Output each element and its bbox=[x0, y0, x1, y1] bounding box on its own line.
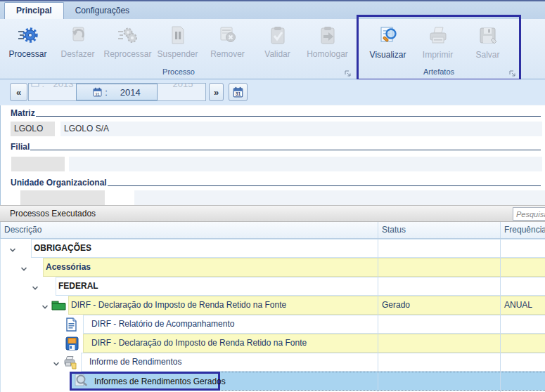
clipboard-check-icon bbox=[269, 24, 287, 46]
table-row[interactable]: DIRF - Declaração do Imposto de Renda Re… bbox=[1, 296, 545, 315]
period-separator: : bbox=[105, 87, 108, 98]
imprimir-button[interactable]: Imprimir bbox=[413, 20, 463, 67]
group-caption-artefatos: Artefatos bbox=[359, 67, 519, 77]
tab-principal[interactable]: Principal bbox=[4, 2, 64, 19]
unidade-name-field[interactable] bbox=[134, 190, 545, 205]
tab-configuracoes[interactable]: Configurações bbox=[64, 3, 141, 19]
divider bbox=[30, 150, 541, 150]
grid-header: Descrição Status Frequência bbox=[0, 222, 545, 239]
table-row[interactable]: OBRIGAÇÕES bbox=[1, 239, 545, 258]
column-divider bbox=[500, 239, 501, 392]
ribbon-group-artefatos: Visualizar Imprimir bbox=[357, 15, 521, 81]
process-tree: OBRIGAÇÕES Acessórias FEDERAL bbox=[0, 239, 545, 392]
previous-period-button[interactable]: « bbox=[10, 83, 27, 101]
matriz-name-field[interactable]: LGOLO S/A bbox=[60, 122, 542, 136]
remover-button[interactable]: Remover bbox=[203, 19, 252, 67]
column-header-frequencia[interactable]: Frequência bbox=[501, 222, 545, 238]
chevron-down-icon[interactable] bbox=[9, 245, 16, 255]
selected-year-label: 2014 bbox=[120, 87, 141, 98]
year-segment-previous[interactable]: : 2013 bbox=[29, 84, 76, 100]
clipboard-arrow-icon bbox=[319, 24, 337, 46]
suspender-button[interactable]: Suspender bbox=[153, 19, 203, 67]
save-floppy-icon bbox=[477, 25, 499, 47]
application-window: Principal Configurações Processar bbox=[0, 0, 545, 392]
calendar-31-icon: : bbox=[31, 83, 44, 89]
dialog-launcher-icon[interactable] bbox=[345, 70, 352, 77]
matriz-code-field[interactable]: LGOLO bbox=[11, 122, 55, 136]
salvar-button[interactable]: Salvar bbox=[463, 20, 513, 67]
year-segment-selected[interactable]: 31 : 2014 bbox=[76, 84, 157, 100]
gear-run-icon bbox=[18, 24, 39, 46]
validar-button[interactable]: Validar bbox=[252, 19, 302, 67]
processar-button[interactable]: Processar bbox=[3, 19, 53, 67]
matriz-label: Matriz bbox=[11, 108, 35, 118]
year-segment-next[interactable]: 2015 bbox=[158, 84, 205, 100]
column-divider[interactable] bbox=[500, 222, 501, 238]
preview-magnifier-icon bbox=[378, 25, 399, 47]
filial-code-field[interactable] bbox=[11, 157, 65, 171]
unidade-code-field[interactable] bbox=[20, 190, 105, 205]
table-row[interactable]: Informe de Rendimentos bbox=[1, 353, 545, 372]
ribbon-toolbar: Processar Desfazer bbox=[0, 19, 545, 79]
divider bbox=[36, 116, 541, 117]
column-header-status[interactable]: Status bbox=[378, 222, 500, 238]
table-row-selected[interactable]: Informes de Rendimentos Gerados bbox=[1, 372, 545, 391]
column-header-descricao[interactable]: Descrição bbox=[1, 222, 378, 238]
divider bbox=[108, 185, 541, 186]
pause-document-icon bbox=[169, 24, 187, 46]
printer-report-icon bbox=[63, 355, 77, 372]
printer-icon bbox=[428, 25, 449, 47]
unidade-organizacional-label: Unidade Organizacional bbox=[11, 178, 107, 188]
table-row[interactable]: Acessórias bbox=[1, 258, 545, 277]
calendar-31-icon: 31 bbox=[93, 87, 102, 97]
gears-run-icon bbox=[117, 24, 139, 46]
chevron-down-icon[interactable] bbox=[20, 264, 27, 274]
calendar-picker-button[interactable]: 31 bbox=[229, 83, 248, 101]
year-strip: : 2013 31 : 2014 2015 bbox=[28, 83, 206, 101]
column-divider bbox=[378, 239, 378, 392]
next-period-button[interactable]: » bbox=[209, 83, 224, 101]
filter-form: Matriz LGOLO LGOLO S/A Filial Unidade Or… bbox=[0, 105, 545, 205]
magnifier-icon bbox=[74, 373, 89, 389]
calendar-31-icon: 31 bbox=[233, 86, 243, 98]
search-input[interactable] bbox=[513, 207, 545, 221]
table-row[interactable]: DIRF - Relatório de Acompanhamento bbox=[1, 315, 545, 334]
document-blue-icon bbox=[65, 318, 77, 334]
filial-name-field[interactable] bbox=[69, 157, 542, 171]
table-row[interactable]: DIRF - Declaração do Imposto de Renda Re… bbox=[1, 334, 545, 353]
period-selector-bar: « : 2013 31 : 2014 2015 » 31 bbox=[0, 79, 545, 105]
homologar-button[interactable]: Homologar bbox=[302, 19, 352, 67]
folder-green-icon bbox=[51, 299, 66, 313]
dialog-launcher-icon[interactable] bbox=[509, 70, 516, 77]
svg-text:31: 31 bbox=[95, 92, 100, 96]
chevron-down-icon[interactable] bbox=[32, 283, 39, 293]
floppy-disk-icon bbox=[65, 337, 79, 353]
section-title: Processos Executados bbox=[10, 209, 96, 218]
svg-text:31: 31 bbox=[236, 91, 241, 96]
remove-document-icon bbox=[218, 24, 238, 46]
desfazer-button[interactable]: Desfazer bbox=[53, 19, 103, 67]
selected-item-highlight-box[interactable]: Informes de Rendimentos Gerados bbox=[70, 372, 220, 391]
ribbon-group-processo: Processar Desfazer bbox=[3, 19, 354, 79]
group-caption-processo: Processo bbox=[3, 67, 354, 77]
visualizar-button[interactable]: Visualizar bbox=[363, 20, 413, 67]
table-row[interactable]: FEDERAL bbox=[1, 277, 545, 296]
filial-label: Filial bbox=[11, 142, 30, 152]
reprocessar-button[interactable]: Reprocessar bbox=[103, 19, 153, 67]
chevron-down-icon[interactable] bbox=[53, 359, 60, 369]
column-divider[interactable] bbox=[378, 222, 378, 238]
processos-executados-header: Processos Executados bbox=[0, 205, 545, 222]
chevron-down-icon[interactable] bbox=[41, 302, 49, 312]
undo-icon bbox=[68, 24, 88, 46]
